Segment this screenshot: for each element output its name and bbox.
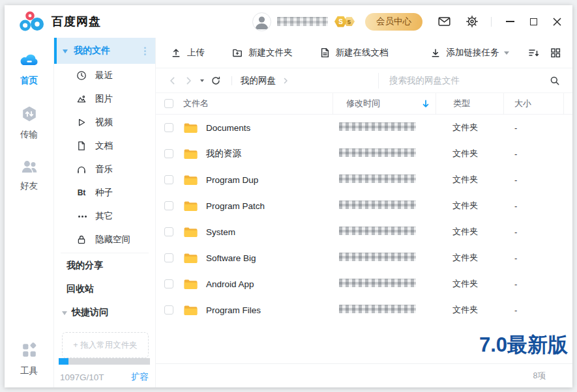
sort-order-icon[interactable]	[528, 48, 539, 58]
sidebar-item-quick-access[interactable]: 快捷访问	[54, 301, 155, 324]
column-header-end	[563, 93, 572, 114]
vip-letter: S	[334, 16, 347, 27]
chevron-down-icon[interactable]	[504, 51, 509, 57]
file-name[interactable]: Documents	[206, 123, 250, 133]
row-checkbox[interactable]	[164, 149, 173, 158]
breadcrumb-chevron-icon	[282, 77, 289, 85]
new-folder-button[interactable]: 新建文件夹	[232, 47, 293, 59]
document-icon	[76, 140, 87, 152]
table-row[interactable]: System 文件夹 -	[156, 219, 572, 245]
sidebar-item[interactable]: 图片	[54, 87, 155, 111]
upload-button[interactable]: 上传	[171, 47, 205, 59]
video-icon	[76, 117, 87, 128]
cloud-icon	[18, 52, 40, 71]
file-name[interactable]: Android App	[206, 279, 254, 289]
search-icon[interactable]	[550, 76, 560, 86]
my-files-label: 我的文件	[74, 45, 110, 57]
sidebar-item[interactable]: 最近	[54, 64, 155, 87]
user-avatar[interactable]	[252, 12, 271, 31]
sort-desc-arrow-icon[interactable]	[422, 100, 430, 108]
sidebar-item[interactable]: 视频	[54, 111, 155, 134]
file-size: -	[503, 253, 563, 263]
transfer-icon	[20, 105, 38, 125]
rail-item-tools[interactable]: 工具	[20, 341, 38, 377]
sidebar-item[interactable]: Bt 种子	[54, 181, 155, 204]
row-checkbox[interactable]	[164, 279, 173, 288]
close-button[interactable]	[552, 16, 562, 27]
column-header-name[interactable]: 文件名	[156, 93, 333, 114]
file-type: 文件夹	[436, 278, 503, 290]
file-size: -	[503, 305, 563, 315]
file-name[interactable]: 我的资源	[206, 148, 241, 160]
minimize-button[interactable]	[505, 16, 515, 27]
upload-icon	[171, 48, 181, 58]
vip-level-badge[interactable]: S 5	[334, 16, 355, 27]
forward-icon[interactable]	[183, 76, 194, 86]
sidebar-item[interactable]: 音乐	[54, 158, 155, 181]
file-name[interactable]: Program Patch	[206, 201, 265, 211]
rail-item-home[interactable]: 首页	[18, 52, 40, 87]
sidebar-link[interactable]: 我的分享	[54, 254, 155, 277]
new-online-doc-button[interactable]: 新建在线文档	[320, 47, 389, 59]
member-center-button[interactable]: 会员中心	[365, 13, 422, 31]
file-type: 文件夹	[436, 304, 503, 316]
file-name[interactable]: Program Files	[206, 305, 261, 315]
modified-time-blurred	[339, 148, 416, 157]
expand-storage-link[interactable]: 扩容	[131, 371, 149, 383]
file-type: 文件夹	[436, 122, 503, 133]
add-link-task-button[interactable]: 添加链接任务	[430, 47, 499, 59]
file-size: -	[503, 201, 563, 211]
table-row[interactable]: Documents 文件夹 -	[156, 115, 572, 141]
file-name[interactable]: Program Dup	[206, 175, 258, 185]
grid-view-icon[interactable]	[550, 48, 561, 58]
row-checkbox[interactable]	[164, 227, 173, 236]
sidebar-item[interactable]: 文档	[54, 134, 155, 158]
table-row[interactable]: Program Patch 文件夹 -	[156, 193, 572, 219]
modified-time-blurred	[339, 279, 416, 287]
select-all-checkbox[interactable]	[164, 99, 173, 108]
column-header-type[interactable]: 类型	[436, 93, 503, 114]
search-input[interactable]	[389, 76, 544, 85]
row-checkbox[interactable]	[164, 175, 173, 184]
storage-usage-text: 1097G/10T	[60, 372, 104, 382]
settings-gear-icon[interactable]	[466, 16, 478, 27]
folder-drop-zone[interactable]: + 拖入常用文件夹	[62, 332, 149, 358]
rail-item-transfer[interactable]: 传输	[20, 105, 38, 141]
table-row[interactable]: Android App 文件夹 -	[156, 271, 572, 297]
maximize-button[interactable]	[528, 16, 539, 27]
sidebar-item-my-files[interactable]: 我的文件	[54, 38, 155, 64]
row-checkbox[interactable]	[164, 253, 173, 262]
download-link-icon	[430, 48, 441, 58]
message-envelope-icon[interactable]	[438, 16, 451, 27]
friends-icon	[20, 159, 38, 176]
sidebar-item[interactable]: 其它	[54, 204, 155, 228]
titlebar: 百度网盘 S 5 会员中心	[5, 5, 572, 38]
file-size: -	[503, 149, 563, 159]
table-row[interactable]: 我的资源 文件夹 -	[156, 141, 572, 167]
table-row[interactable]: Software Big 文件夹 -	[156, 245, 572, 271]
sidebar-link[interactable]: 回收站	[54, 277, 155, 301]
back-icon[interactable]	[168, 76, 178, 86]
row-checkbox[interactable]	[164, 123, 173, 132]
table-header: 文件名 修改时间 类型 大小	[156, 93, 572, 115]
breadcrumb[interactable]: 我的网盘	[241, 75, 276, 87]
refresh-icon[interactable]	[211, 76, 221, 86]
file-name[interactable]: Software Big	[206, 253, 256, 263]
history-dropdown-icon[interactable]	[200, 79, 204, 84]
sidebar-item[interactable]: 隐藏空间	[54, 228, 155, 251]
app-window: 百度网盘 S 5 会员中心	[5, 5, 572, 387]
file-type: 文件夹	[436, 200, 503, 212]
column-header-size[interactable]: 大小	[503, 93, 563, 114]
file-size: -	[503, 279, 563, 289]
table-row[interactable]: Program Dup 文件夹 -	[156, 167, 572, 193]
row-checkbox[interactable]	[164, 305, 173, 315]
file-table-body: Documents 文件夹 -	[156, 115, 572, 363]
file-name[interactable]: System	[206, 227, 235, 237]
more-options-icon[interactable]	[144, 50, 146, 52]
folder-icon	[183, 252, 198, 264]
rail-item-friends[interactable]: 好友	[20, 159, 38, 192]
row-checkbox[interactable]	[164, 201, 173, 210]
chevron-down-icon	[62, 311, 67, 318]
table-row[interactable]: Program Files 文件夹 -	[156, 297, 572, 323]
column-header-modified[interactable]: 修改时间	[333, 93, 436, 114]
